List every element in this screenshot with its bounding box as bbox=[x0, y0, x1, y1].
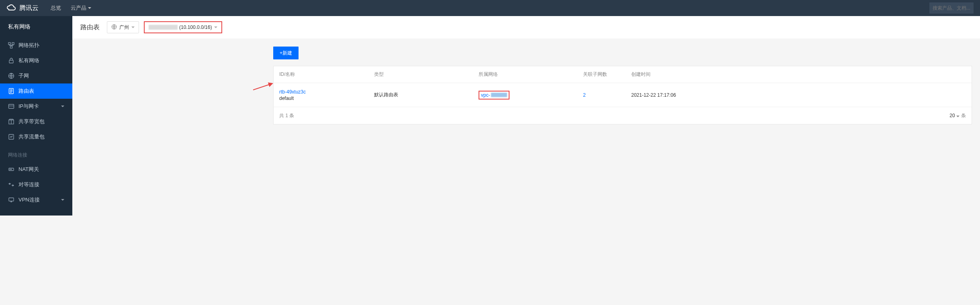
route-id-link[interactable]: rtb-49xtuz3c bbox=[279, 89, 374, 95]
brand-text: 腾讯云 bbox=[19, 4, 39, 12]
content-body: +新建 ID/名称 类型 所属网络 关联子网数 创建时间 rtb-49xtuz3… bbox=[72, 39, 980, 132]
sidebar-item-bandwidth-pkg[interactable]: 共享带宽包 bbox=[0, 114, 72, 129]
th-subnets: 关联子网数 bbox=[583, 71, 631, 78]
svg-line-14 bbox=[253, 83, 272, 90]
route-name: default bbox=[279, 96, 374, 101]
caret-down-icon bbox=[88, 7, 91, 9]
svg-rect-1 bbox=[12, 43, 14, 45]
globe-icon bbox=[8, 73, 14, 79]
svg-rect-6 bbox=[9, 104, 14, 108]
sidebar-item-label: NAT网关 bbox=[18, 166, 39, 173]
caret-down-icon bbox=[956, 116, 960, 117]
th-id: ID/名称 bbox=[274, 71, 374, 78]
redacted-vpc-id bbox=[491, 93, 507, 97]
package-icon bbox=[8, 118, 14, 125]
sidebar: 私有网络 网络拓扑 私有网络 子网 路由表 IP与网卡 共享带宽包 共享 bbox=[0, 16, 72, 216]
sidebar-item-label: 子网 bbox=[18, 72, 29, 79]
toolbar: +新建 bbox=[273, 47, 972, 59]
sidebar-item-label: 网络拓扑 bbox=[18, 42, 39, 49]
th-network: 所属网络 bbox=[479, 71, 583, 78]
sidebar-item-label: 路由表 bbox=[18, 87, 34, 95]
total-count: 共 1 条 bbox=[279, 112, 294, 119]
pagination: 共 1 条 20 条 bbox=[274, 107, 972, 124]
subnet-count-link[interactable]: 2 bbox=[583, 92, 586, 98]
th-type: 类型 bbox=[374, 71, 479, 78]
table-body: rtb-49xtuz3c default 默认路由表 vpc- 2 2021-1… bbox=[274, 83, 972, 107]
search-input[interactable] bbox=[933, 5, 970, 11]
svg-point-10 bbox=[10, 169, 10, 169]
brand-logo[interactable]: 腾讯云 bbox=[6, 3, 39, 14]
main-header: 路由表 广州 (10.100.0.0/16) bbox=[72, 16, 980, 39]
sidebar-item-vpc[interactable]: 私有网络 bbox=[0, 53, 72, 68]
region-select[interactable]: 广州 bbox=[107, 21, 139, 33]
sidebar-item-subnet[interactable]: 子网 bbox=[0, 68, 72, 83]
route-type: 默认路由表 bbox=[374, 92, 479, 98]
sidebar-item-label: 对等连接 bbox=[18, 181, 39, 188]
gateway-icon bbox=[8, 166, 14, 173]
svg-rect-3 bbox=[9, 60, 13, 63]
card-icon bbox=[8, 103, 14, 110]
sidebar-item-route-table[interactable]: 路由表 bbox=[0, 83, 72, 99]
caret-down-icon bbox=[214, 26, 217, 28]
table-row: rtb-49xtuz3c default 默认路由表 vpc- 2 2021-1… bbox=[274, 83, 972, 107]
top-header: 腾讯云 总览 云产品 bbox=[0, 0, 980, 16]
chevron-down-icon bbox=[61, 199, 64, 201]
caret-down-icon bbox=[131, 26, 135, 28]
main-content: 路由表 广州 (10.100.0.0/16) bbox=[72, 16, 980, 216]
svg-rect-12 bbox=[9, 198, 14, 201]
topology-icon bbox=[8, 42, 14, 49]
cloud-icon bbox=[6, 3, 16, 14]
sidebar-item-label: IP与网卡 bbox=[18, 103, 39, 110]
table-header: ID/名称 类型 所属网络 关联子网数 创建时间 bbox=[274, 66, 972, 83]
redacted-vpc-name bbox=[149, 25, 178, 30]
global-search[interactable] bbox=[929, 2, 974, 14]
per-page-label: 条 bbox=[961, 112, 966, 119]
top-nav: 总览 云产品 bbox=[51, 4, 91, 12]
annotation-arrow-icon bbox=[252, 82, 275, 91]
traffic-icon bbox=[8, 134, 14, 140]
region-label: 广州 bbox=[119, 24, 129, 31]
sidebar-item-label: 共享流量包 bbox=[18, 133, 45, 140]
sidebar-item-peering[interactable]: 对等连接 bbox=[0, 177, 72, 192]
th-created: 创建时间 bbox=[631, 71, 972, 78]
nav-products[interactable]: 云产品 bbox=[71, 4, 91, 12]
nav-overview[interactable]: 总览 bbox=[51, 4, 61, 12]
sidebar-item-traffic-pkg[interactable]: 共享流量包 bbox=[0, 129, 72, 144]
svg-point-11 bbox=[11, 169, 11, 169]
sidebar-item-ip-nic[interactable]: IP与网卡 bbox=[0, 99, 72, 114]
lock-icon bbox=[8, 57, 14, 64]
vpn-icon bbox=[8, 197, 14, 203]
nav-products-label: 云产品 bbox=[71, 4, 86, 12]
sidebar-item-nat[interactable]: NAT网关 bbox=[0, 162, 72, 177]
sidebar-group-network-connect: 网络连接 bbox=[0, 144, 72, 162]
peering-icon bbox=[8, 181, 14, 188]
page-size-select[interactable]: 20 bbox=[949, 113, 960, 118]
vpc-prefix: vpc- bbox=[481, 92, 490, 98]
sidebar-item-label: 私有网络 bbox=[18, 57, 39, 64]
new-button[interactable]: +新建 bbox=[273, 47, 299, 59]
globe-icon bbox=[111, 24, 117, 31]
sidebar-title: 私有网络 bbox=[0, 16, 72, 38]
sidebar-item-label: 共享带宽包 bbox=[18, 118, 45, 125]
vpc-cidr-label: (10.100.0.0/16) bbox=[179, 24, 212, 30]
vpc-link[interactable]: vpc- bbox=[479, 91, 509, 100]
svg-rect-2 bbox=[10, 46, 12, 48]
svg-rect-0 bbox=[8, 43, 10, 45]
chevron-down-icon bbox=[61, 106, 64, 107]
created-time: 2021-12-22 17:17:06 bbox=[631, 92, 972, 98]
sidebar-item-label: VPN连接 bbox=[18, 196, 40, 203]
sidebar-item-topology[interactable]: 网络拓扑 bbox=[0, 38, 72, 53]
page-title: 路由表 bbox=[80, 23, 100, 32]
route-table: ID/名称 类型 所属网络 关联子网数 创建时间 rtb-49xtuz3c de… bbox=[273, 66, 972, 124]
nav-overview-label: 总览 bbox=[51, 4, 61, 12]
document-icon bbox=[8, 88, 14, 94]
vpc-select[interactable]: (10.100.0.0/16) bbox=[144, 21, 222, 33]
sidebar-item-vpn[interactable]: VPN连接 bbox=[0, 192, 72, 207]
